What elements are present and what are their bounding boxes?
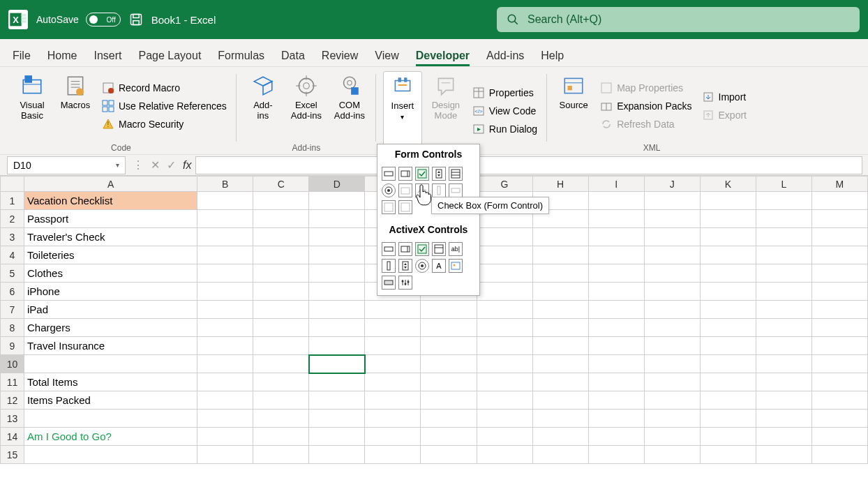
- cell-E8[interactable]: [365, 319, 421, 337]
- cell-H7[interactable]: [532, 301, 588, 319]
- cell-M6[interactable]: [811, 283, 867, 301]
- cell-J15[interactable]: [644, 446, 700, 464]
- cell-H3[interactable]: [532, 228, 588, 246]
- cell-M14[interactable]: [811, 428, 867, 446]
- cell-H12[interactable]: [532, 391, 588, 410]
- row-header-14[interactable]: 14: [1, 428, 24, 446]
- cell-J2[interactable]: [644, 210, 700, 228]
- cell-I2[interactable]: [588, 210, 644, 228]
- cell-G3[interactable]: [477, 228, 532, 246]
- cell-I6[interactable]: [588, 283, 644, 301]
- cell-K8[interactable]: [700, 319, 756, 337]
- row-header-12[interactable]: 12: [1, 391, 24, 410]
- row-header-15[interactable]: 15: [1, 446, 24, 464]
- cell-H14[interactable]: [532, 428, 588, 446]
- cell-M12[interactable]: [811, 391, 867, 410]
- cell-H15[interactable]: [532, 446, 588, 464]
- cell-A10[interactable]: [24, 355, 197, 373]
- cell-D1[interactable]: [309, 192, 365, 210]
- cell-C8[interactable]: [253, 319, 309, 337]
- cell-C7[interactable]: [253, 301, 309, 319]
- cell-I7[interactable]: [588, 301, 644, 319]
- cell-L14[interactable]: [756, 428, 811, 446]
- cell-J9[interactable]: [644, 337, 700, 355]
- visual-basic-button[interactable]: Visual Basic: [13, 71, 52, 140]
- cell-G6[interactable]: [477, 283, 532, 301]
- col-header-I[interactable]: I: [588, 177, 644, 192]
- cell-L12[interactable]: [756, 391, 811, 410]
- cell-D8[interactable]: [309, 319, 365, 337]
- cell-B6[interactable]: [197, 283, 253, 301]
- cell-C2[interactable]: [253, 210, 309, 228]
- combobox-form-control[interactable]: [398, 167, 412, 181]
- cell-F10[interactable]: [421, 355, 477, 373]
- cell-B13[interactable]: [197, 410, 253, 428]
- cell-F8[interactable]: [421, 319, 477, 337]
- spinbutton-activex[interactable]: [398, 259, 412, 273]
- cell-D5[interactable]: [309, 264, 365, 283]
- image-activex[interactable]: [449, 259, 463, 273]
- menu-file[interactable]: File: [13, 50, 31, 66]
- cell-K12[interactable]: [700, 391, 756, 410]
- cell-G5[interactable]: [477, 264, 532, 283]
- cell-I9[interactable]: [588, 337, 644, 355]
- cell-C10[interactable]: [253, 355, 309, 373]
- cell-L6[interactable]: [756, 283, 811, 301]
- cell-M1[interactable]: [811, 192, 867, 210]
- cell-D13[interactable]: [309, 410, 365, 428]
- fx-label[interactable]: fx: [183, 159, 191, 172]
- optionbutton-form-control[interactable]: [382, 183, 396, 197]
- cell-K9[interactable]: [700, 337, 756, 355]
- macro-security-button[interactable]: !Macro Security: [99, 117, 230, 132]
- design-mode-button[interactable]: Design Mode: [426, 71, 465, 150]
- cell-A13[interactable]: [24, 410, 197, 428]
- cell-D3[interactable]: [309, 228, 365, 246]
- listbox-form-control[interactable]: [449, 167, 463, 181]
- cell-J6[interactable]: [644, 283, 700, 301]
- menu-formulas[interactable]: Formulas: [218, 50, 264, 66]
- record-macro-button[interactable]: Record Macro: [99, 80, 230, 96]
- cell-C4[interactable]: [253, 246, 309, 264]
- cell-H10[interactable]: [532, 355, 588, 373]
- cell-L10[interactable]: [756, 355, 811, 373]
- commandbutton-activex[interactable]: [382, 242, 396, 256]
- row-header-8[interactable]: 8: [1, 319, 24, 337]
- cell-K1[interactable]: [700, 192, 756, 210]
- col-header-A[interactable]: A: [24, 177, 197, 192]
- cell-B4[interactable]: [197, 246, 253, 264]
- label-activex[interactable]: A: [432, 259, 446, 273]
- cell-B10[interactable]: [197, 355, 253, 373]
- cell-M7[interactable]: [811, 301, 867, 319]
- cell-M10[interactable]: [811, 355, 867, 373]
- cell-M5[interactable]: [811, 264, 867, 283]
- cell-M4[interactable]: [811, 246, 867, 264]
- cell-G12[interactable]: [477, 391, 532, 410]
- cell-L1[interactable]: [756, 192, 811, 210]
- cell-I14[interactable]: [588, 428, 644, 446]
- cell-K2[interactable]: [700, 210, 756, 228]
- cell-B1[interactable]: [197, 192, 253, 210]
- cell-M8[interactable]: [811, 319, 867, 337]
- col-header-M[interactable]: M: [811, 177, 867, 192]
- cell-J14[interactable]: [644, 428, 700, 446]
- row-header-4[interactable]: 4: [1, 246, 24, 264]
- search-input[interactable]: Search (Alt+Q): [497, 7, 860, 32]
- cell-I5[interactable]: [588, 264, 644, 283]
- excel-addins-button[interactable]: Excel Add-ins: [287, 71, 326, 140]
- enter-icon[interactable]: ✓: [167, 158, 176, 172]
- view-code-button[interactable]: </>View Code: [470, 103, 540, 119]
- cell-J5[interactable]: [644, 264, 700, 283]
- cell-G4[interactable]: [477, 246, 532, 264]
- cell-D2[interactable]: [309, 210, 365, 228]
- run-dialog-button[interactable]: Run Dialog: [470, 121, 540, 137]
- cell-K4[interactable]: [700, 246, 756, 264]
- cell-L7[interactable]: [756, 301, 811, 319]
- addins-button[interactable]: Add- ins: [244, 71, 283, 140]
- cell-I3[interactable]: [588, 228, 644, 246]
- cell-B14[interactable]: [197, 428, 253, 446]
- cell-C9[interactable]: [253, 337, 309, 355]
- col-header-K[interactable]: K: [700, 177, 756, 192]
- cell-D12[interactable]: [309, 391, 365, 410]
- cell-H4[interactable]: [532, 246, 588, 264]
- togglebutton-activex[interactable]: [382, 276, 396, 290]
